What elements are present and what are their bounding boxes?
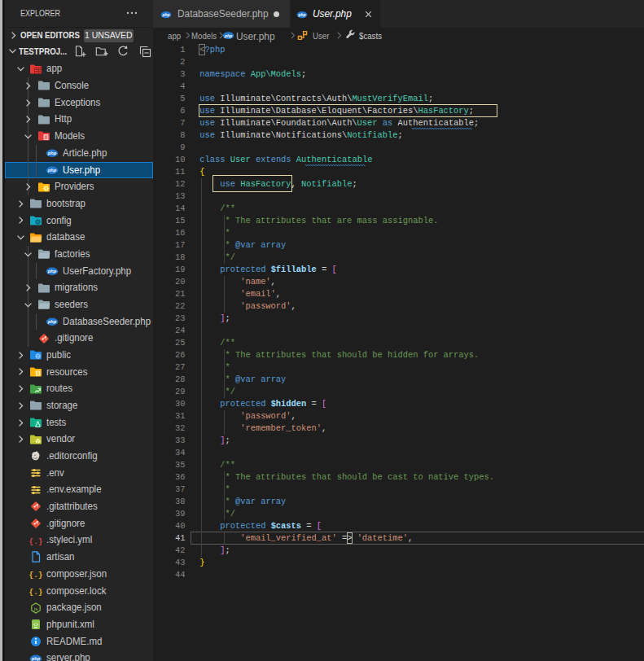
svg-text:php: php [47,319,57,324]
svg-text:{.}: {.} [29,587,42,596]
svg-text:php: php [47,269,57,274]
svg-text:php: php [47,168,57,173]
svg-text:php: php [298,13,306,17]
svg-text:php: php [224,33,233,38]
svg-text:php: php [162,13,170,17]
svg-text:js: js [33,606,37,611]
svg-text:php: php [47,151,57,155]
svg-text:{.}: {.} [29,571,42,580]
svg-text:{.}: {.} [29,536,42,545]
svg-text:php: php [31,656,41,661]
